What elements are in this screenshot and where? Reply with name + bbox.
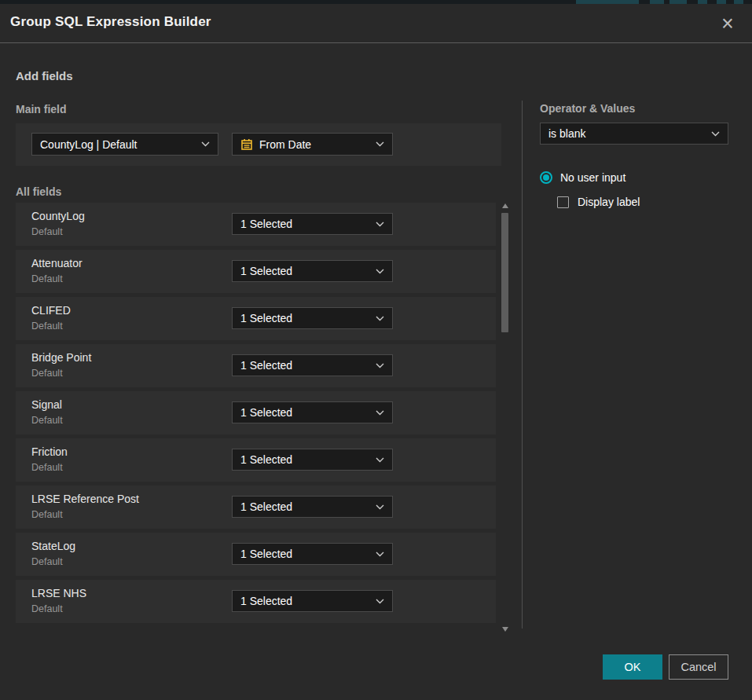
checkbox-unchecked-icon bbox=[557, 196, 569, 208]
field-values-select[interactable]: 1 Selected bbox=[232, 543, 393, 565]
field-values-select-value: 1 Selected bbox=[240, 218, 369, 230]
field-name: Attenuator bbox=[31, 257, 83, 269]
field-row: Signal Default 1 Selected bbox=[16, 391, 496, 434]
field-sublabel: Default bbox=[31, 509, 63, 520]
field-sublabel: Default bbox=[31, 321, 63, 332]
field-values-select[interactable]: 1 Selected bbox=[232, 260, 393, 282]
chevron-down-icon bbox=[376, 599, 384, 604]
screen: Group SQL Expression Builder × Add field… bbox=[0, 0, 752, 700]
operator-select-value: is blank bbox=[548, 127, 705, 140]
field-values-select-value: 1 Selected bbox=[240, 548, 369, 560]
cancel-button[interactable]: Cancel bbox=[669, 654, 728, 680]
close-icon: × bbox=[721, 12, 734, 35]
no-user-input-radio[interactable]: No user input bbox=[540, 171, 625, 184]
all-fields-list: CountyLog Default 1 Selected Attenuator … bbox=[16, 203, 496, 627]
field-values-select-value: 1 Selected bbox=[240, 595, 369, 607]
field-values-select-value: 1 Selected bbox=[240, 406, 369, 419]
field-row: LRSE NHS Default 1 Selected bbox=[16, 580, 496, 623]
radio-selected-icon bbox=[540, 171, 552, 184]
field-values-select[interactable]: 1 Selected bbox=[232, 354, 393, 376]
operator-select[interactable]: is blank bbox=[540, 123, 728, 145]
chevron-down-icon bbox=[711, 131, 720, 137]
scrollbar-down-arrow[interactable] bbox=[502, 627, 508, 632]
chevron-down-icon bbox=[376, 410, 384, 416]
field-sublabel: Default bbox=[31, 415, 63, 426]
field-name: CountyLog bbox=[31, 210, 85, 222]
field-sublabel: Default bbox=[31, 226, 63, 237]
field-row: LRSE Reference Post Default 1 Selected bbox=[16, 486, 496, 529]
field-sublabel: Default bbox=[31, 368, 63, 379]
field-row: Attenuator Default 1 Selected bbox=[16, 250, 496, 293]
main-field-field-select[interactable]: From Date bbox=[232, 133, 393, 156]
operator-values-heading: Operator & Values bbox=[540, 102, 635, 115]
no-user-input-label: No user input bbox=[560, 171, 625, 184]
display-label-checkbox[interactable]: Display label bbox=[557, 196, 640, 208]
field-sublabel: Default bbox=[31, 603, 63, 614]
field-select-value: From Date bbox=[259, 138, 369, 151]
field-values-select[interactable]: 1 Selected bbox=[232, 449, 393, 471]
field-values-select[interactable]: 1 Selected bbox=[232, 307, 393, 329]
field-values-select-value: 1 Selected bbox=[240, 500, 369, 513]
main-field-heading: Main field bbox=[16, 103, 67, 115]
field-row: Bridge Point Default 1 Selected bbox=[16, 344, 496, 387]
field-values-select[interactable]: 1 Selected bbox=[232, 496, 393, 518]
close-button[interactable]: × bbox=[714, 9, 741, 38]
chevron-down-icon bbox=[376, 222, 384, 227]
field-values-select-value: 1 Selected bbox=[240, 359, 369, 372]
chevron-down-icon bbox=[376, 269, 384, 274]
field-row: Friction Default 1 Selected bbox=[16, 438, 496, 482]
field-sublabel: Default bbox=[31, 462, 63, 473]
field-name: LRSE NHS bbox=[31, 587, 86, 599]
field-values-select[interactable]: 1 Selected bbox=[232, 590, 393, 612]
display-label-label: Display label bbox=[578, 196, 640, 208]
scrollbar-up-arrow[interactable] bbox=[502, 203, 508, 208]
field-name: Friction bbox=[31, 445, 68, 458]
dialog-title: Group SQL Expression Builder bbox=[10, 14, 211, 30]
scrollbar-thumb[interactable] bbox=[501, 213, 508, 332]
chevron-down-icon bbox=[376, 316, 384, 321]
field-sublabel: Default bbox=[31, 556, 63, 567]
chevron-down-icon bbox=[376, 457, 384, 463]
field-name: Signal bbox=[31, 398, 62, 411]
field-row: CLIFED Default 1 Selected bbox=[16, 297, 496, 340]
field-row: CountyLog Default 1 Selected bbox=[16, 203, 496, 246]
main-field-layer-select[interactable]: CountyLog | Default bbox=[31, 133, 218, 156]
field-values-select-value: 1 Selected bbox=[240, 312, 369, 324]
field-name: StateLog bbox=[31, 540, 75, 552]
panel-divider bbox=[522, 101, 523, 629]
fields-list-scrollbar bbox=[501, 203, 511, 632]
field-name: Bridge Point bbox=[31, 351, 91, 364]
all-fields-heading: All fields bbox=[16, 185, 61, 198]
field-values-select-value: 1 Selected bbox=[240, 453, 369, 466]
chevron-down-icon bbox=[376, 363, 384, 368]
main-field-panel: CountyLog | Default From Date bbox=[16, 123, 501, 166]
add-fields-heading: Add fields bbox=[16, 69, 73, 82]
chevron-down-icon bbox=[376, 552, 384, 557]
layer-select-value: CountyLog | Default bbox=[40, 138, 195, 151]
chevron-down-icon bbox=[376, 141, 384, 147]
field-values-select[interactable]: 1 Selected bbox=[232, 213, 393, 235]
field-row: StateLog Default 1 Selected bbox=[16, 533, 496, 576]
chevron-down-icon bbox=[376, 504, 384, 510]
field-sublabel: Default bbox=[31, 273, 63, 284]
calendar-icon bbox=[240, 138, 253, 151]
dialog-header: Group SQL Expression Builder × bbox=[0, 4, 752, 43]
field-values-select[interactable]: 1 Selected bbox=[232, 401, 393, 423]
chevron-down-icon bbox=[201, 141, 210, 147]
group-sql-expression-builder-dialog: Group SQL Expression Builder × Add field… bbox=[0, 4, 752, 700]
field-name: CLIFED bbox=[31, 304, 71, 317]
field-values-select-value: 1 Selected bbox=[240, 265, 369, 277]
field-name: LRSE Reference Post bbox=[31, 493, 139, 505]
ok-button[interactable]: OK bbox=[603, 654, 662, 680]
